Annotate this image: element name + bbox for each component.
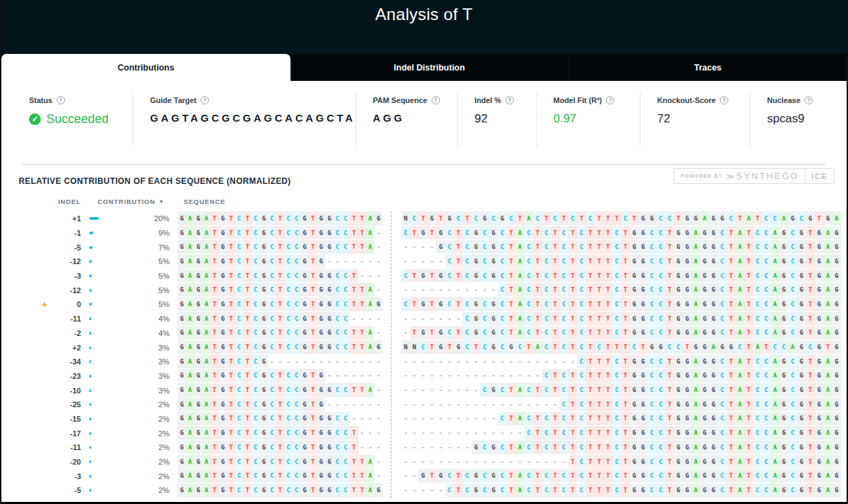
seq-base: T: [210, 440, 219, 455]
seq-base: G: [700, 283, 709, 297]
seq-base: A: [771, 398, 780, 412]
help-icon[interactable]: ?: [432, 96, 440, 104]
seq-base: G: [683, 383, 692, 398]
help-icon[interactable]: ?: [804, 96, 813, 104]
seq-base: -: [374, 383, 382, 398]
seq-base: G: [674, 483, 683, 498]
contribution-percent: 2%: [109, 458, 169, 466]
seq-base: -: [472, 283, 481, 297]
seq-base: G: [194, 455, 203, 469]
seq-base: T: [569, 412, 578, 427]
seq-base: G: [259, 283, 268, 297]
seq-base: G: [780, 283, 789, 297]
seq-base: T: [595, 326, 604, 341]
seq-base: T: [243, 326, 252, 341]
seq-base: C: [268, 283, 276, 297]
seq-base: A: [692, 469, 701, 483]
seq-base: A: [203, 326, 211, 341]
seq-base: T: [744, 340, 753, 355]
seq-base: -: [418, 398, 427, 412]
indel-value: -3: [47, 272, 81, 280]
seq-base: C: [463, 469, 472, 483]
seq-base: -: [374, 326, 382, 341]
seq-base: T: [358, 212, 367, 226]
seq-base: C: [647, 483, 656, 498]
seq-base: C: [656, 483, 665, 498]
seq-base: C: [656, 412, 665, 427]
seq-base: T: [227, 455, 235, 469]
seq-base: G: [780, 355, 789, 369]
seq-base: T: [806, 326, 815, 341]
seq-base: G: [259, 340, 268, 355]
seq-base: C: [656, 355, 665, 369]
seq-base: T: [604, 297, 613, 312]
help-icon[interactable]: ?: [201, 96, 209, 104]
seq-base: C: [718, 426, 727, 440]
sequence-right-segment: -------CGCGCTACTCTCTCTTTCTGGCCTGGAGGCTAT…: [401, 312, 841, 326]
seq-base: C: [542, 283, 551, 297]
seq-base: G: [797, 240, 806, 254]
help-icon[interactable]: ?: [57, 96, 65, 104]
seq-base: G: [815, 455, 824, 469]
help-icon[interactable]: ?: [720, 96, 728, 104]
seq-base: T: [427, 326, 436, 341]
seq-base: G: [797, 455, 806, 469]
seq-base: T: [309, 369, 317, 384]
seq-base: A: [186, 455, 194, 469]
help-icon[interactable]: ?: [506, 96, 514, 104]
seq-base: A: [692, 240, 701, 254]
seq-base: T: [210, 240, 219, 254]
seq-base: T: [621, 369, 630, 384]
seq-base: T: [569, 340, 578, 355]
seq-base: -: [463, 440, 472, 455]
seq-base: T: [358, 240, 367, 254]
seq-base: C: [480, 340, 489, 355]
seq-base: -: [410, 440, 419, 455]
seq-base: T: [727, 297, 736, 312]
help-icon[interactable]: ?: [606, 96, 614, 104]
seq-base: C: [753, 483, 762, 498]
indel-value: +2: [47, 344, 81, 352]
seq-base: T: [227, 212, 235, 226]
seq-base: -: [436, 312, 445, 326]
seq-base: T: [454, 269, 463, 283]
seq-base: G: [647, 212, 656, 226]
contribution-percent: 3%: [109, 372, 169, 380]
seq-base: -: [551, 398, 560, 412]
seq-base: T: [210, 455, 219, 469]
seq-base: G: [797, 340, 806, 355]
status-field-guide-target: Guide Target ? GAGTAGCGCGAGCACAGCTA: [133, 92, 356, 147]
seq-base: G: [472, 254, 481, 269]
seq-base: G: [815, 226, 824, 241]
seq-base: A: [366, 226, 374, 241]
seq-base: A: [366, 455, 374, 469]
seq-base: C: [656, 440, 665, 455]
seq-base: A: [824, 426, 833, 440]
seq-base: G: [674, 240, 683, 254]
seq-base: T: [210, 212, 219, 226]
seq-base: T: [595, 440, 604, 455]
seq-base: C: [577, 369, 586, 384]
seq-base: C: [284, 340, 293, 355]
seq-base: G: [219, 469, 227, 483]
seq-base: G: [683, 455, 692, 469]
seq-base: A: [515, 297, 524, 312]
seq-base: A: [203, 412, 211, 427]
column-header-contribution-sort[interactable]: CONTRIBUTION ▼: [98, 198, 164, 205]
seq-base: T: [595, 212, 604, 226]
seq-base: -: [366, 412, 374, 427]
seq-base: T: [243, 426, 252, 440]
seq-base: C: [524, 469, 533, 483]
seq-base: G: [178, 226, 186, 241]
seq-base: G: [178, 426, 186, 440]
seq-base: C: [718, 240, 727, 254]
seq-base: A: [692, 455, 701, 469]
tab-traces[interactable]: Traces: [569, 54, 847, 81]
tab-contributions[interactable]: Contributions: [1, 54, 291, 81]
seq-base: A: [203, 426, 211, 440]
seq-base: G: [780, 326, 789, 341]
tab-indel-distribution[interactable]: Indel Distribution: [291, 54, 569, 81]
seq-base: T: [309, 226, 317, 241]
seq-base: -: [445, 412, 454, 427]
seq-base: T: [595, 297, 604, 312]
